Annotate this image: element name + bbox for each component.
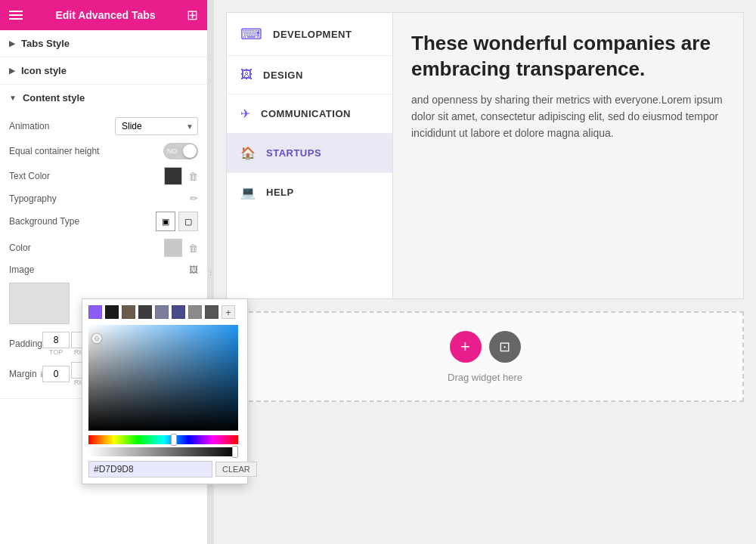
add-widget-button[interactable]: + [450, 331, 482, 363]
hue-handle [171, 434, 177, 446]
swatch-darkblue[interactable] [172, 305, 185, 319]
color-label: Color [9, 243, 31, 253]
equal-container-label: Equal container height [9, 146, 99, 156]
accordion-icon-style: ▶ Icon style [0, 57, 207, 85]
tab-main-text: and openness by sharing their metrics wi… [411, 91, 725, 142]
help-icon: 💻 [240, 185, 256, 199]
accordion-tabs-style-header[interactable]: ▶ Tabs Style [0, 30, 207, 57]
tab-item-help[interactable]: 💻 HELP [227, 173, 392, 212]
margin-label: Margin ℹ [9, 369, 39, 379]
text-color-label: Text Color [9, 171, 50, 181]
swatch-purple[interactable] [88, 305, 102, 319]
swatch-black[interactable] [105, 305, 119, 319]
swatch-medgray[interactable] [188, 305, 202, 319]
color-trash-icon[interactable]: 🗑 [188, 243, 198, 254]
padding-top-field: TOP [42, 332, 70, 356]
animation-select-wrapper: Slide Fade None ▼ [115, 117, 198, 135]
hex-input[interactable] [88, 461, 212, 478]
animation-field-row: Animation Slide Fade None ▼ [9, 117, 198, 135]
swatch-charcoal[interactable] [205, 305, 218, 319]
color-picker-popup: + CLEAR [82, 298, 248, 484]
opacity-slider[interactable] [88, 447, 238, 456]
color-swatches-row: + [88, 305, 241, 319]
swatch-brown[interactable] [122, 305, 135, 319]
move-widget-button[interactable]: ⊡ [489, 331, 521, 363]
development-icon: ⌨ [240, 25, 262, 43]
color-row: Color 🗑 [9, 239, 198, 257]
drag-text: Drag widget here [448, 372, 522, 383]
swatch-darkgray[interactable] [138, 305, 152, 319]
main-content: ⌨ DEVELOPMENT 🖼 DESIGN ✈ COMMUNICATION 🏠… [214, 0, 756, 544]
animation-select[interactable]: Slide Fade None [115, 117, 198, 135]
tab-label-startups: STARTUPS [266, 147, 321, 159]
hamburger-menu-icon[interactable] [9, 8, 24, 23]
tab-label-development: DEVELOPMENT [273, 29, 352, 40]
toggle-knob [183, 144, 197, 158]
accordion-icon-style-label: Icon style [21, 65, 67, 76]
image-row: Image 🖼 [9, 264, 198, 275]
tabs-widget: ⌨ DEVELOPMENT 🖼 DESIGN ✈ COMMUNICATION 🏠… [226, 12, 744, 299]
tab-content-area: These wonderful companies are embracing … [393, 13, 743, 298]
grid-menu-icon[interactable]: ⊞ [187, 7, 198, 23]
accordion-content-style-label: Content style [23, 92, 85, 104]
design-icon: 🖼 [240, 68, 253, 82]
image-icon: 🖼 [189, 264, 198, 275]
tab-item-communication[interactable]: ✈ COMMUNICATION [227, 94, 392, 134]
communication-icon: ✈ [240, 107, 250, 121]
tab-item-design[interactable]: 🖼 DESIGN [227, 56, 392, 94]
opacity-handle [232, 446, 238, 458]
image-controls: 🖼 [189, 264, 198, 275]
swatch-grayblue[interactable] [155, 305, 169, 319]
color-swatch-main[interactable] [164, 239, 182, 257]
color-controls: 🗑 [164, 239, 198, 257]
color-gradient-canvas[interactable] [88, 325, 238, 431]
accordion-icon-arrow: ▶ [9, 66, 15, 75]
accordion-tabs-style: ▶ Tabs Style [0, 30, 207, 57]
tab-item-startups[interactable]: 🏠 STARTUPS [227, 134, 392, 173]
bg-type-row: Background Type ▣ ▢ [9, 212, 198, 231]
tab-label-design: DESIGN [263, 70, 303, 81]
text-color-controls: 🗑 [164, 167, 198, 185]
tabs-list: ⌨ DEVELOPMENT 🖼 DESIGN ✈ COMMUNICATION 🏠… [227, 13, 393, 298]
margin-top-field [42, 366, 70, 382]
startups-icon: 🏠 [240, 146, 256, 160]
bg-type-label: Background Type [9, 216, 79, 227]
accordion-content-arrow: ▼ [9, 94, 17, 102]
accordion-icon-style-header[interactable]: ▶ Icon style [0, 57, 207, 84]
image-label: Image [9, 264, 34, 275]
equal-container-toggle[interactable]: NO [163, 143, 198, 159]
typography-label: Typography [9, 193, 57, 204]
hex-row: CLEAR [88, 461, 241, 478]
swatch-add-button[interactable]: + [222, 305, 235, 319]
bg-type-buttons: ▣ ▢ [156, 212, 198, 231]
tab-label-communication: COMMUNICATION [261, 108, 351, 119]
image-preview [9, 283, 70, 324]
text-color-trash-icon[interactable]: 🗑 [188, 171, 198, 182]
hue-slider[interactable] [88, 435, 238, 444]
accordion-arrow: ▶ [9, 39, 15, 48]
padding-label: Padding ℹ [9, 338, 39, 349]
padding-top-input[interactable] [42, 332, 70, 348]
accordion-tabs-style-label: Tabs Style [21, 38, 70, 49]
bg-type-solid-btn[interactable]: ▣ [156, 212, 175, 231]
equal-container-row: Equal container height NO [9, 143, 198, 159]
clear-button[interactable]: CLEAR [215, 462, 257, 477]
drag-widget-area: + ⊡ Drag widget here [226, 311, 744, 402]
panel-title: Edit Advanced Tabs [55, 9, 155, 21]
accordion-content-style-header[interactable]: ▼ Content style [0, 85, 207, 111]
tab-main-title: These wonderful companies are embracing … [411, 31, 725, 82]
animation-label: Animation [9, 121, 49, 131]
gradient-handle[interactable] [92, 334, 101, 343]
margin-top-input[interactable] [42, 366, 70, 382]
text-color-row: Text Color 🗑 [9, 167, 198, 185]
typography-edit-icon[interactable]: ✏ [190, 193, 198, 204]
resize-dots: ⋮ [208, 269, 214, 276]
panel-header: Edit Advanced Tabs ⊞ [0, 0, 207, 30]
typography-row: Typography ✏ [9, 193, 198, 204]
drag-buttons: + ⊡ [450, 331, 521, 363]
tab-item-development[interactable]: ⌨ DEVELOPMENT [227, 13, 392, 56]
text-color-swatch[interactable] [164, 167, 182, 185]
tab-label-help: HELP [266, 187, 294, 198]
toggle-no-label: NO [167, 147, 178, 155]
bg-type-alt-btn[interactable]: ▢ [178, 212, 198, 231]
